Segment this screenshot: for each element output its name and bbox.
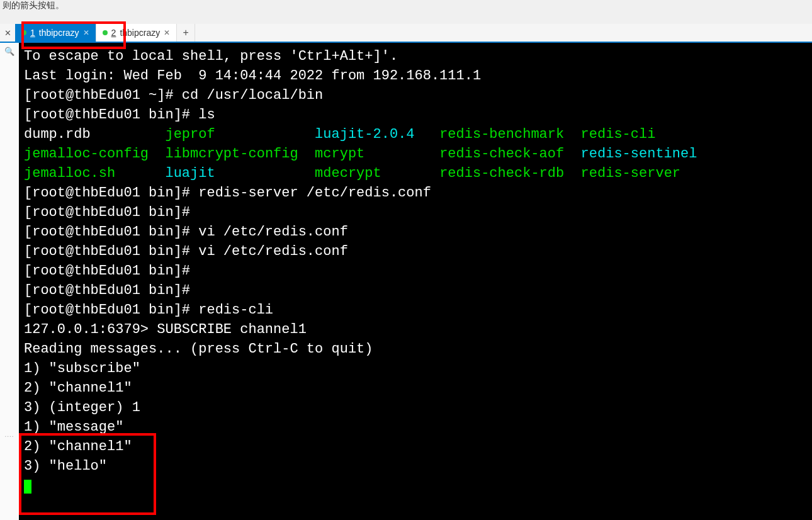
- terminal-line: [root@thbEdu01 bin]# ls: [24, 105, 807, 125]
- terminal-line: To escape to local shell, press 'Ctrl+Al…: [24, 47, 807, 66]
- terminal-line: [root@thbEdu01 bin]# redis-cli: [24, 300, 807, 320]
- annotation-highlight-output: [19, 433, 156, 515]
- tab-close-icon[interactable]: ✕: [164, 28, 170, 37]
- terminal-line: jemalloc.sh luajit mdecrypt redis-check-…: [24, 164, 807, 183]
- tabbar-left-icons: ✕: [0, 24, 15, 42]
- terminal-line: [root@thbEdu01 bin]#: [24, 203, 807, 222]
- annotation-highlight-tab: [21, 21, 126, 49]
- terminal-line: [root@thbEdu01 bin]# redis-server /etc/r…: [24, 183, 807, 203]
- terminal-line: [root@thbEdu01 bin]#: [24, 281, 807, 300]
- terminal-line: jemalloc-config libmcrypt-config mcrypt …: [24, 144, 807, 164]
- terminal-line: 127.0.0.1:6379> SUBSCRIBE channel1: [24, 320, 807, 339]
- terminal-line: Last login: Wed Feb 9 14:04:44 2022 from…: [24, 66, 807, 86]
- terminal-line: 1) "subscribe": [24, 359, 807, 378]
- terminal-line: 2) "channel1": [24, 378, 807, 398]
- left-gutter: 🔍 ....: [0, 43, 20, 520]
- terminal-line: [root@thbEdu01 bin]#: [24, 261, 807, 281]
- terminal-line: dump.rdb jeprof luajit-2.0.4 redis-bench…: [24, 125, 807, 144]
- terminal-line: [root@thbEdu01 bin]# vi /etc/redis.conf: [24, 222, 807, 242]
- terminal-line: Reading messages... (press Ctrl-C to qui…: [24, 339, 807, 359]
- search-icon[interactable]: 🔍: [0, 43, 19, 59]
- header-fragment-text: 则的箭头按钮。: [0, 0, 67, 11]
- terminal-line: 3) (integer) 1: [24, 398, 807, 417]
- terminal-line: [root@thbEdu01 ~]# cd /usr/local/bin: [24, 86, 807, 105]
- close-all-icon[interactable]: ✕: [0, 24, 15, 42]
- gutter-ellipsis-icon: ....: [0, 431, 19, 438]
- terminal-line: [root@thbEdu01 bin]# vi /etc/redis.conf: [24, 242, 807, 261]
- new-tab-button[interactable]: +: [177, 24, 195, 42]
